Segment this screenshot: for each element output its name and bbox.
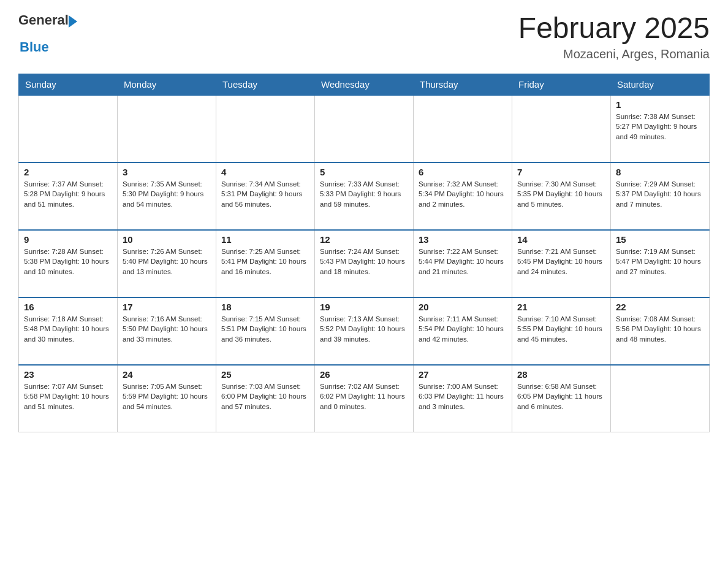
day-info: Sunrise: 7:35 AM Sunset: 5:30 PM Dayligh… [123,179,211,210]
calendar-cell: 18Sunrise: 7:15 AM Sunset: 5:51 PM Dayli… [216,297,315,365]
week-row-4: 16Sunrise: 7:18 AM Sunset: 5:48 PM Dayli… [19,297,710,365]
day-number: 21 [517,302,605,312]
day-info: Sunrise: 7:15 AM Sunset: 5:51 PM Dayligh… [221,314,309,345]
calendar-cell [19,95,118,163]
day-number: 11 [221,234,309,245]
calendar-cell: 21Sunrise: 7:10 AM Sunset: 5:55 PM Dayli… [512,297,611,365]
month-title: February 2025 [518,12,710,45]
day-number: 23 [24,369,112,380]
calendar-cell: 8Sunrise: 7:29 AM Sunset: 5:37 PM Daylig… [611,163,710,230]
weekday-header-thursday: Thursday [414,74,512,95]
day-number: 1 [616,99,704,110]
calendar-cell [118,95,216,163]
logo-general-text: General [18,12,69,28]
day-info: Sunrise: 7:18 AM Sunset: 5:48 PM Dayligh… [24,314,112,345]
logo-blue-text: Blue [20,39,49,55]
day-number: 25 [221,369,309,380]
week-row-5: 23Sunrise: 7:07 AM Sunset: 5:58 PM Dayli… [19,365,710,432]
title-block: February 2025 Mozaceni, Arges, Romania [518,12,710,61]
day-info: Sunrise: 7:21 AM Sunset: 5:45 PM Dayligh… [517,247,605,277]
day-info: Sunrise: 7:28 AM Sunset: 5:38 PM Dayligh… [24,247,112,277]
weekday-header-friday: Friday [512,74,611,95]
day-number: 2 [24,167,112,177]
calendar-cell: 23Sunrise: 7:07 AM Sunset: 5:58 PM Dayli… [19,365,118,432]
day-number: 6 [419,167,507,177]
day-info: Sunrise: 7:00 AM Sunset: 6:03 PM Dayligh… [419,381,507,412]
calendar-cell: 9Sunrise: 7:28 AM Sunset: 5:38 PM Daylig… [19,230,118,297]
calendar-cell: 17Sunrise: 7:16 AM Sunset: 5:50 PM Dayli… [118,297,216,365]
day-info: Sunrise: 7:19 AM Sunset: 5:47 PM Dayligh… [616,247,704,277]
calendar-cell: 2Sunrise: 7:37 AM Sunset: 5:28 PM Daylig… [19,163,118,230]
day-number: 27 [419,369,507,380]
logo-arrow-icon [69,15,77,28]
calendar-cell: 28Sunrise: 6:58 AM Sunset: 6:05 PM Dayli… [512,365,611,432]
day-info: Sunrise: 7:10 AM Sunset: 5:55 PM Dayligh… [517,314,605,345]
day-info: Sunrise: 7:30 AM Sunset: 5:35 PM Dayligh… [517,179,605,210]
calendar-cell: 4Sunrise: 7:34 AM Sunset: 5:31 PM Daylig… [216,163,315,230]
week-row-2: 2Sunrise: 7:37 AM Sunset: 5:28 PM Daylig… [19,163,710,230]
calendar-cell: 11Sunrise: 7:25 AM Sunset: 5:41 PM Dayli… [216,230,315,297]
calendar-cell: 5Sunrise: 7:33 AM Sunset: 5:33 PM Daylig… [315,163,414,230]
day-info: Sunrise: 7:26 AM Sunset: 5:40 PM Dayligh… [123,247,211,277]
day-number: 28 [517,369,605,380]
calendar-cell: 12Sunrise: 7:24 AM Sunset: 5:43 PM Dayli… [315,230,414,297]
day-info: Sunrise: 7:34 AM Sunset: 5:31 PM Dayligh… [221,179,309,210]
weekday-header-saturday: Saturday [611,74,710,95]
day-info: Sunrise: 7:37 AM Sunset: 5:28 PM Dayligh… [24,179,112,210]
day-info: Sunrise: 7:03 AM Sunset: 6:00 PM Dayligh… [221,381,309,412]
day-number: 20 [419,302,507,312]
day-number: 12 [320,234,408,245]
day-number: 26 [320,369,408,380]
day-number: 19 [320,302,408,312]
day-info: Sunrise: 7:38 AM Sunset: 5:27 PM Dayligh… [616,112,704,142]
day-number: 3 [123,167,211,177]
day-info: Sunrise: 7:16 AM Sunset: 5:50 PM Dayligh… [123,314,211,345]
calendar-cell: 27Sunrise: 7:00 AM Sunset: 6:03 PM Dayli… [414,365,512,432]
weekday-header-sunday: Sunday [19,74,118,95]
calendar-cell: 13Sunrise: 7:22 AM Sunset: 5:44 PM Dayli… [414,230,512,297]
calendar-cell [414,95,512,163]
day-number: 24 [123,369,211,380]
day-info: Sunrise: 7:07 AM Sunset: 5:58 PM Dayligh… [24,381,112,412]
calendar-cell: 24Sunrise: 7:05 AM Sunset: 5:59 PM Dayli… [118,365,216,432]
weekday-header-tuesday: Tuesday [216,74,315,95]
calendar-cell: 19Sunrise: 7:13 AM Sunset: 5:52 PM Dayli… [315,297,414,365]
day-info: Sunrise: 7:25 AM Sunset: 5:41 PM Dayligh… [221,247,309,277]
day-number: 7 [517,167,605,177]
day-number: 16 [24,302,112,312]
calendar-cell: 14Sunrise: 7:21 AM Sunset: 5:45 PM Dayli… [512,230,611,297]
day-number: 8 [616,167,704,177]
day-number: 14 [517,234,605,245]
calendar-cell: 22Sunrise: 7:08 AM Sunset: 5:56 PM Dayli… [611,297,710,365]
day-info: Sunrise: 7:11 AM Sunset: 5:54 PM Dayligh… [419,314,507,345]
calendar-cell [315,95,414,163]
day-number: 4 [221,167,309,177]
day-number: 15 [616,234,704,245]
calendar-cell [216,95,315,163]
calendar-cell: 7Sunrise: 7:30 AM Sunset: 5:35 PM Daylig… [512,163,611,230]
logo: General Blue [18,12,77,55]
calendar-cell: 6Sunrise: 7:32 AM Sunset: 5:34 PM Daylig… [414,163,512,230]
day-number: 18 [221,302,309,312]
calendar-cell: 16Sunrise: 7:18 AM Sunset: 5:48 PM Dayli… [19,297,118,365]
calendar-cell: 25Sunrise: 7:03 AM Sunset: 6:00 PM Dayli… [216,365,315,432]
weekday-header-wednesday: Wednesday [315,74,414,95]
day-info: Sunrise: 7:24 AM Sunset: 5:43 PM Dayligh… [320,247,408,277]
calendar-cell: 3Sunrise: 7:35 AM Sunset: 5:30 PM Daylig… [118,163,216,230]
week-row-1: 1Sunrise: 7:38 AM Sunset: 5:27 PM Daylig… [19,95,710,163]
day-info: Sunrise: 6:58 AM Sunset: 6:05 PM Dayligh… [517,381,605,412]
day-info: Sunrise: 7:22 AM Sunset: 5:44 PM Dayligh… [419,247,507,277]
day-info: Sunrise: 7:33 AM Sunset: 5:33 PM Dayligh… [320,179,408,210]
calendar-table: SundayMondayTuesdayWednesdayThursdayFrid… [18,74,710,433]
page-header: General Blue February 2025 Mozaceni, Arg… [18,12,710,61]
day-info: Sunrise: 7:05 AM Sunset: 5:59 PM Dayligh… [123,381,211,412]
week-row-3: 9Sunrise: 7:28 AM Sunset: 5:38 PM Daylig… [19,230,710,297]
calendar-cell [611,365,710,432]
day-number: 17 [123,302,211,312]
calendar-cell: 26Sunrise: 7:02 AM Sunset: 6:02 PM Dayli… [315,365,414,432]
calendar-cell: 1Sunrise: 7:38 AM Sunset: 5:27 PM Daylig… [611,95,710,163]
day-number: 9 [24,234,112,245]
calendar-header-row: SundayMondayTuesdayWednesdayThursdayFrid… [19,74,710,95]
day-number: 5 [320,167,408,177]
calendar-cell [512,95,611,163]
